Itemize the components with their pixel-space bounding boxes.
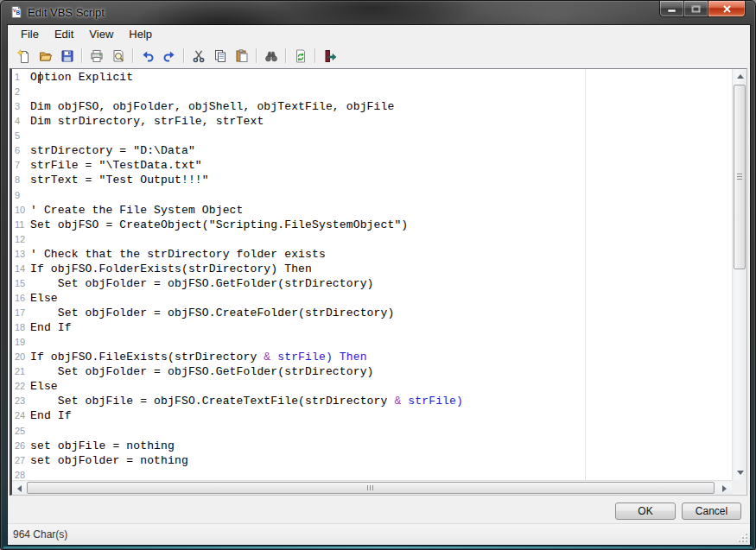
close-icon (722, 5, 732, 13)
edit-vbs-script-window: V B Edit VBS Script File Edit View Help (0, 0, 756, 550)
toolbar-separator (256, 48, 257, 63)
redo-button[interactable] (158, 46, 180, 66)
new-document-button[interactable] (13, 46, 35, 66)
line-number: 9 (12, 188, 30, 203)
line-number: 3 (12, 99, 30, 114)
chevron-right-icon (722, 485, 727, 492)
toolbar-separator (314, 48, 315, 63)
scroll-up-button[interactable] (733, 69, 747, 84)
resize-grip[interactable] (737, 532, 747, 542)
check-refresh-button[interactable] (289, 46, 311, 66)
code-line: 19 (12, 335, 732, 350)
code-line: 21 Set objFolder = objFSO.GetFolder(strD… (12, 364, 732, 379)
line-number: 13 (12, 247, 30, 262)
script-editor: 1Option Explicit23Dim objFSO, objFolder,… (10, 68, 747, 496)
line-number: 14 (12, 262, 30, 276)
code-line: 15 Set objFolder = objFSO.GetFolder(strD… (12, 276, 732, 291)
dialog-button-panel: OK Cancel (8, 496, 750, 523)
minimize-button[interactable] (659, 1, 684, 17)
line-number: 12 (12, 232, 30, 247)
line-number: 23 (12, 394, 30, 408)
line-number: 19 (12, 335, 30, 350)
open-button[interactable] (35, 46, 56, 66)
code-line: 3Dim objFSO, objFolder, objShell, objTex… (12, 99, 732, 114)
client-area: File Edit View Help (8, 25, 750, 545)
horizontal-scroll-thumb[interactable] (27, 482, 715, 494)
code-line: 26set objFile = nothing (12, 439, 732, 453)
scroll-right-button[interactable] (717, 481, 732, 496)
undo-icon (141, 49, 155, 63)
code-line: 6strDirectory = "D:\Data" (12, 143, 732, 158)
line-number: 16 (12, 291, 30, 306)
line-number: 25 (12, 424, 30, 439)
chevron-up-icon (737, 74, 744, 79)
line-number: 28 (12, 468, 30, 480)
text-caret (40, 72, 41, 84)
chevron-down-icon (737, 471, 744, 475)
cut-button[interactable] (187, 46, 209, 66)
menu-file[interactable]: File (13, 25, 47, 44)
window-title: Edit VBS Script (28, 6, 105, 19)
scroll-left-button[interactable] (12, 481, 27, 496)
toolbar-separator (81, 48, 82, 63)
menubar: File Edit View Help (8, 25, 750, 44)
code-line: 8strText = "Test Output!!!" (12, 173, 732, 187)
code-line: 22Else (12, 379, 732, 394)
code-line: 11Set objFSO = CreateObject("Scripting.F… (12, 218, 732, 232)
exit-button[interactable] (319, 46, 340, 66)
code-line: 17 Set objFolder = objFSO.CreateFolder(s… (12, 306, 732, 320)
paste-button[interactable] (231, 46, 252, 66)
statusbar: 964 Char(s) (8, 523, 750, 545)
vbs-file-icon: V B (10, 5, 23, 19)
maximize-button[interactable] (684, 1, 708, 17)
menu-view[interactable]: View (81, 25, 121, 44)
copy-button[interactable] (209, 46, 231, 66)
code-line: 23 Set objFile = objFSO.CreateTextFile(s… (12, 394, 732, 408)
vertical-scroll-thumb[interactable] (734, 85, 746, 269)
code-line: 27set objFolder = nothing (12, 453, 732, 468)
code-line: 10' Create the File System Object (12, 203, 732, 218)
code-line: 28 (12, 468, 732, 480)
print-icon (90, 49, 104, 63)
code-line: 20If objFSO.FileExists(strDirectory & st… (12, 350, 732, 364)
titlebar[interactable]: V B Edit VBS Script (1, 1, 755, 25)
line-number: 27 (12, 453, 30, 468)
vertical-scrollbar[interactable] (732, 69, 746, 480)
exit-door-icon (323, 49, 337, 63)
code-lines: 1Option Explicit23Dim objFSO, objFolder,… (12, 70, 732, 480)
line-number: 10 (12, 203, 30, 218)
code-line: 1Option Explicit (12, 70, 732, 85)
ok-button[interactable]: OK (615, 503, 676, 520)
save-button[interactable] (56, 46, 78, 66)
find-button[interactable] (260, 46, 282, 66)
chevron-left-icon (17, 485, 22, 492)
code-line: 16Else (12, 291, 732, 306)
code-line: 12 (12, 232, 732, 247)
code-text-area[interactable]: 1Option Explicit23Dim objFSO, objFolder,… (12, 69, 732, 480)
menu-edit[interactable]: Edit (47, 25, 81, 44)
undo-button[interactable] (137, 46, 158, 66)
line-number: 21 (12, 364, 30, 379)
scroll-down-button[interactable] (733, 465, 747, 480)
code-line: 9 (12, 188, 732, 203)
code-line: 13' Check that the strDirectory folder e… (12, 247, 732, 262)
line-number: 26 (12, 439, 30, 453)
line-number: 7 (12, 158, 30, 173)
print-preview-button[interactable] (107, 46, 129, 66)
close-button[interactable] (708, 1, 746, 17)
menu-help[interactable]: Help (121, 25, 160, 44)
cancel-button[interactable]: Cancel (682, 503, 741, 520)
paste-clipboard-icon (235, 49, 249, 63)
code-line: 2 (12, 85, 732, 99)
line-number: 17 (12, 306, 30, 320)
caption-buttons (659, 1, 746, 17)
print-button[interactable] (86, 46, 107, 66)
code-line: 14If objFSO.FolderExists(strDirectory) T… (12, 262, 732, 276)
copy-icon (213, 49, 227, 63)
code-line: 4Dim strDirectory, strFile, strText (12, 114, 732, 129)
save-icon (60, 49, 74, 63)
toolbar-separator (132, 48, 133, 63)
horizontal-scrollbar[interactable] (12, 480, 732, 495)
code-line: 18End If (12, 320, 732, 335)
code-line: 7strFile = "\TestData.txt" (12, 158, 732, 173)
